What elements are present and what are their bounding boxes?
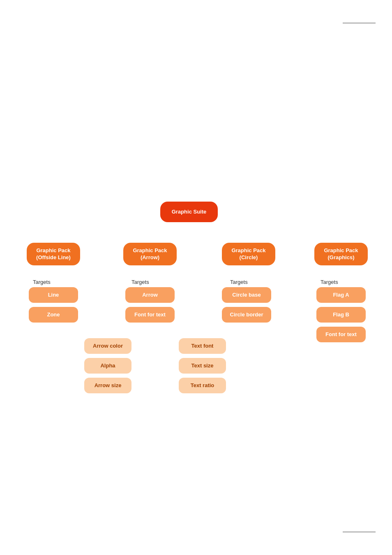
node-l1-circle-label: Graphic Pack(Circle) [231,247,265,261]
node-l2-fft-label: Font for text [134,311,166,318]
node-l2-arrow-label: Arrow [142,292,158,299]
node-l2-circle-base[interactable]: Circle base [222,287,271,303]
node-l3-arrowsize-label: Arrow size [95,382,122,389]
node-l3-textfont-label: Text font [191,343,214,350]
node-l2-circle-border[interactable]: Circle border [222,307,271,323]
top-decoration-line [343,23,376,23]
node-l2-font-for-text-graphics[interactable]: Font for text [316,327,366,342]
targets-label-4: Targets [321,279,338,285]
node-l1-graphics-label: Graphic Pack(Graphics) [324,247,358,261]
targets-label-3: Targets [230,279,248,285]
node-l2-line-label: Line [48,292,59,299]
node-l3-text-size[interactable]: Text size [179,358,226,374]
node-l1-graphics[interactable]: Graphic Pack(Graphics) [314,243,368,265]
node-l1-arrow[interactable]: Graphic Pack(Arrow) [123,243,177,265]
node-l3-arrow-color[interactable]: Arrow color [84,338,131,354]
bottom-decoration-line [343,532,376,532]
node-l2-flaga-label: Flag A [333,292,349,299]
node-l2-cb-label: Circle base [232,292,261,299]
node-l3-alpha-label: Alpha [100,362,115,369]
node-l3-alpha[interactable]: Alpha [84,358,131,374]
node-l3-text-ratio[interactable]: Text ratio [179,378,226,393]
node-l2-font-for-text-arrow[interactable]: Font for text [125,307,175,323]
node-l2-fft2-label: Font for text [325,331,357,338]
targets-label-2: Targets [131,279,149,285]
node-l1-offside[interactable]: Graphic Pack(Offside Line) [27,243,80,265]
node-l3-textsize-label: Text size [191,362,214,369]
node-l2-flag-a[interactable]: Flag A [316,287,366,303]
node-l3-text-font[interactable]: Text font [179,338,226,354]
node-l2-zone[interactable]: Zone [29,307,78,323]
node-l3-textratio-label: Text ratio [191,382,214,389]
node-l2-zone-label: Zone [47,311,60,318]
targets-label-1: Targets [33,279,51,285]
node-l2-line[interactable]: Line [29,287,78,303]
node-l2-flag-b[interactable]: Flag B [316,307,366,323]
node-root-label: Graphic Suite [172,209,207,216]
node-l1-offside-label: Graphic Pack(Offside Line) [36,247,71,261]
node-root[interactable]: Graphic Suite [160,202,218,222]
node-l3-arrowcolor-label: Arrow color [93,343,123,350]
node-l1-arrow-label: Graphic Pack(Arrow) [133,247,167,261]
node-l2-flagb-label: Flag B [333,311,349,318]
node-l2-arrow[interactable]: Arrow [125,287,175,303]
node-l2-cbord-label: Circle border [230,311,263,318]
page: Graphic Suite Graphic Pack(Offside Line)… [0,0,392,555]
node-l1-circle[interactable]: Graphic Pack(Circle) [222,243,275,265]
node-l3-arrow-size[interactable]: Arrow size [84,378,131,393]
